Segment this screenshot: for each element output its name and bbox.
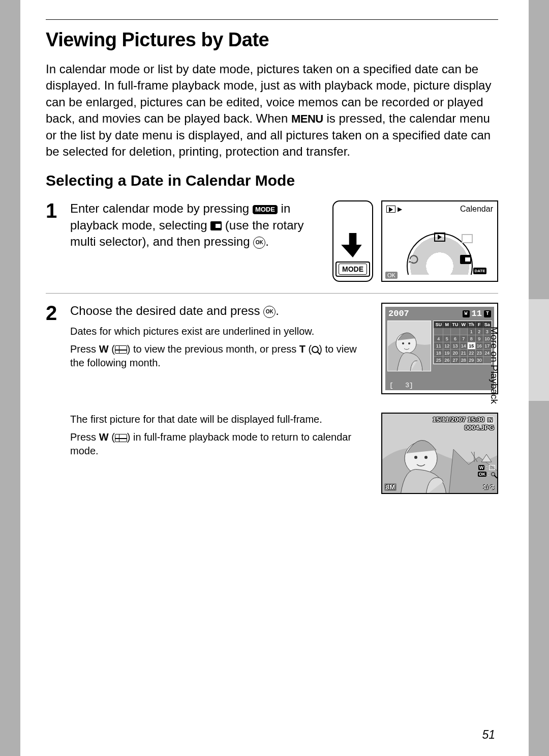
manual-page: Viewing Pictures by Date In calendar mod… [20, 0, 529, 756]
step-1: 1 Enter calendar mode by pressing MODE i… [46, 200, 498, 294]
step2-sub4: Press W () in full-frame playback mode t… [70, 430, 372, 458]
w-key: W [99, 431, 109, 443]
thumbnail-icon [115, 434, 127, 442]
down-arrow-icon [340, 232, 366, 258]
mode-button-label: MODE [339, 264, 367, 275]
next-month-icon: T [484, 310, 491, 317]
svg-point-8 [424, 456, 428, 459]
cal-mini-icon [489, 465, 495, 470]
playback-mode-icon [386, 206, 395, 213]
timestamp-overlay: 15/11/2007 15:30IN 0004.JPG [433, 416, 494, 431]
wheel-right-calendar-icon [460, 253, 472, 266]
portrait-sketch-icon [388, 321, 431, 371]
ok-icon: OK [253, 237, 265, 249]
calendar-thumbnail [387, 321, 431, 371]
menu-label: MENU [291, 112, 323, 125]
prev-month-icon: W [463, 310, 470, 317]
figure-selector-wheel: ▶ Calendar [381, 200, 498, 282]
page-number: 51 [482, 728, 495, 742]
top-rule [46, 19, 498, 20]
intro-paragraph: In calendar mode or list by date mode, p… [46, 61, 498, 160]
figure-fullframe-screen: 15/11/2007 15:30IN 0004.JPG W: OK: 8M 1/… [381, 413, 498, 494]
figure-mode-button: MODE [332, 200, 373, 282]
step-number-2: 2 [46, 303, 62, 494]
counter-overlay: 1/ 3 [483, 483, 494, 491]
calendar-count: [ 3] [389, 382, 413, 389]
page-title: Viewing Pictures by Date [46, 29, 498, 51]
w-key: W [99, 343, 109, 355]
svg-point-3 [402, 342, 404, 344]
svg-point-7 [414, 456, 417, 459]
wheel-top-icon [434, 231, 446, 243]
chevron-right-icon: ▶ [398, 206, 402, 213]
calendar-grid: SUMTUWThFSa12345678910111213141516171819… [433, 321, 492, 364]
thumbnail-icon [115, 345, 127, 354]
mode-icon: MODE [253, 205, 278, 214]
wheel-play-ghost-icon [462, 234, 473, 243]
step2-sub2: Press W () to view the previous month, o… [70, 342, 372, 370]
ok-indicator: OK [385, 272, 398, 279]
t-key: T [299, 343, 306, 355]
figure-calendar-screen: 2007 W 11 T [381, 303, 498, 394]
step2-sub1: Dates for which pictures exist are under… [70, 325, 372, 338]
ok-icon: OK [263, 306, 276, 318]
wheel-title: Calendar [460, 205, 493, 214]
step1-text: Enter calendar mode by pressing MODE in … [70, 200, 323, 250]
thumb-tab [529, 299, 549, 401]
step2-main: Choose the desired date and press OK. [70, 303, 372, 319]
step-2: 2 Choose the desired date and press OK. … [46, 303, 498, 505]
filename-overlay: 0004.JPG [464, 424, 494, 431]
magnify-icon [312, 346, 319, 353]
cal-year: 2007 [388, 309, 409, 318]
section-subtitle: Selecting a Date in Calendar Mode [46, 172, 498, 189]
calendar-icon [210, 221, 222, 230]
svg-point-4 [408, 342, 410, 344]
cal-month: 11 [472, 309, 482, 318]
step2-sub3: The first picture for that date will be … [70, 413, 372, 426]
wheel-date-icon: DATE [474, 265, 486, 275]
in-badge: IN [486, 417, 494, 424]
mode-button-outer: MODE [336, 261, 370, 277]
w-indicator: W [478, 465, 485, 470]
wheel-bottom-icon [434, 273, 446, 275]
chapter-side-label: More on Playback [489, 327, 500, 404]
magnify-mini-icon [491, 472, 495, 476]
wheel-left-icon [408, 253, 420, 266]
step-number-1: 1 [46, 200, 62, 282]
size-badge: 8M [384, 483, 396, 491]
ok-indicator-mini: OK [478, 472, 487, 477]
side-indicators: W: OK: [478, 463, 495, 478]
